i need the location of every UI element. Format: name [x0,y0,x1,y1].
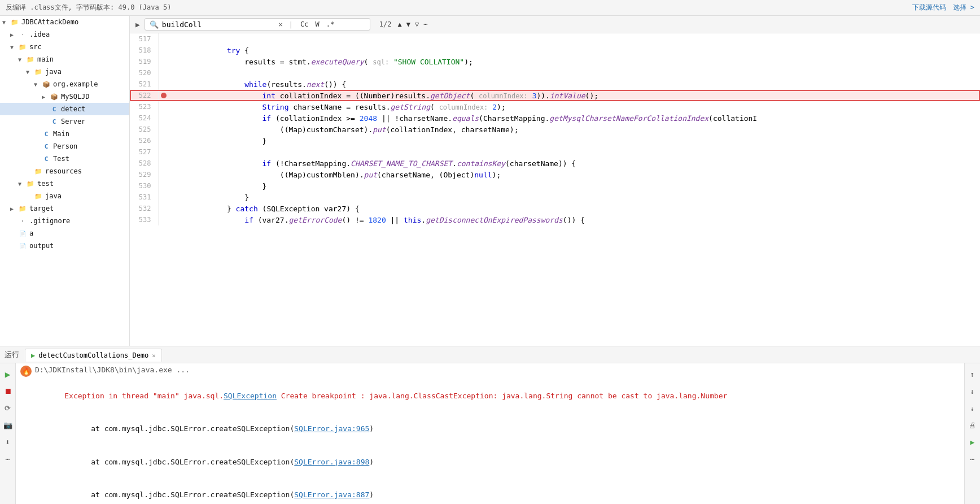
download-source-link[interactable]: 下载源代码 [912,3,946,12]
line-code [169,67,980,79]
sidebar-item-orgexample[interactable]: ▼ 📦 org.example [0,78,129,90]
console-line: 🔥 D:\JDKInstall\JDK8\bin\java.exe ... [20,366,960,377]
sidebar-item-test2[interactable]: ▼ 📁 test [0,177,129,190]
line-number: 522 [130,90,158,101]
search-word-btn[interactable]: W [314,20,321,29]
sqlexception-link[interactable]: SQLException [224,392,277,400]
sidebar-label: test [37,180,54,188]
arrow-icon: ▶ [10,32,18,38]
search-filter-btn[interactable]: ▽ [413,20,421,29]
sidebar-item-main[interactable]: ▼ 📁 main [0,53,129,66]
table-row: 533 if (var27.getErrorCode() != 1820 || … [130,214,980,225]
sidebar-item-output[interactable]: 📄 output [0,240,129,252]
run-tab-bar: 运行 ▶ detectCustomCollations_Demo × [0,346,980,363]
stack-text: at com.mysql.jdbc.SQLError.createSQLExce… [64,424,294,433]
sidebar-item-jdbcattackdemo[interactable]: ▼ 📁 JDBCAttackDemo [0,16,129,28]
sidebar-item-idea[interactable]: ▶ · .idea [0,28,129,41]
table-row: 528 if (!CharsetMapping.CHARSET_NAME_TO_… [130,158,980,169]
sidebar-item-mysqljd[interactable]: ▶ 📦 MySQLJD [0,90,129,103]
decompile-info: 反编译 .class文件, 字节码版本: 49.0 (Java 5) [6,3,908,12]
line-number: 524 [130,112,158,124]
more-btn[interactable]: ⋯ [2,453,14,465]
expand-arrow-icon[interactable]: ▶ [135,20,140,29]
arrow-icon [34,144,42,150]
folder-icon: 📁 [18,204,27,213]
sidebar-label: target [29,205,54,212]
package-icon: 📦 [42,80,51,89]
search-next-btn[interactable]: ▼ [405,20,412,29]
rerun-btn[interactable]: ⟳ [2,402,14,414]
arrow-icon [26,193,34,199]
sidebar-item-person[interactable]: C Person [0,140,129,153]
sidebar-item-server[interactable]: C Server [0,115,129,128]
search-prev-btn[interactable]: ▲ [396,20,404,29]
scroll-up-btn[interactable]: ↑ [966,368,979,380]
search-icon: 🔍 [150,20,159,29]
scroll-end-btn[interactable]: ⬇ [2,436,14,448]
sidebar-item-gitignore[interactable]: · .gitignore [0,215,129,227]
search-regex-btn[interactable]: .* [325,20,336,29]
play-btn-2[interactable]: ▶ [966,436,979,448]
sidebar-label: Server [61,118,85,125]
table-row: 532 } catch (SQLException var27) { [130,203,980,214]
more-btn-2[interactable]: ⋯ [966,453,979,465]
sidebar-item-main2[interactable]: C Main [0,128,129,140]
class-icon: C [42,129,51,138]
line-code: String charsetName = results.getString( … [169,101,980,112]
sidebar-item-test[interactable]: C Test [0,153,129,165]
sidebar-item-java2[interactable]: 📁 java [0,190,129,202]
line-code: ((Map)customCharset).put(collationIndex,… [169,124,980,135]
table-row: 522 int collationIndex = ((Number)result… [130,90,980,101]
search-case-btn[interactable]: Cc [299,20,310,29]
line-code [169,33,980,45]
console-line: at com.mysql.jdbc.SQLError.createSQLExce… [20,445,960,479]
download-btn[interactable]: ⇣ [966,402,979,414]
close-tab-btn[interactable]: × [152,352,156,359]
arrow-icon: ▼ [18,181,26,187]
line-code: ((Map)customMblen).put(charsetName, (Obj… [169,169,980,180]
sidebar-item-java[interactable]: ▼ 📁 java [0,66,129,78]
line-gutter [158,112,169,124]
sidebar-label: Person [53,142,77,150]
folder-icon: 📁 [26,179,35,188]
print-btn[interactable]: 🖨 [966,419,979,431]
sidebar-item-src[interactable]: ▼ 📁 src [0,41,129,53]
search-input[interactable] [162,20,275,29]
table-row: 519 results = stmt.executeQuery( sql: "S… [130,56,980,67]
console-line: at com.mysql.jdbc.SQLError.createSQLExce… [20,479,960,505]
run-tab[interactable]: ▶ detectCustomCollations_Demo × [25,349,162,362]
sidebar-item-a[interactable]: 📄 a [0,227,129,240]
run-btn[interactable]: ▶ [2,368,14,380]
stack-link[interactable]: SQLError.java:887 [294,490,369,499]
line-gutter [158,33,169,45]
stack-link[interactable]: SQLError.java:898 [294,458,369,466]
stop-btn[interactable]: ⏹ [2,385,14,397]
breakpoint-indicator [161,93,167,98]
table-row: 525 ((Map)customCharset).put(collationIn… [130,124,980,135]
search-close-icon[interactable]: × [278,20,283,29]
line-code [169,146,980,158]
scroll-down-btn[interactable]: ↓ [966,385,979,397]
line-gutter [158,45,169,56]
stack-link[interactable]: SQLError.java:965 [294,424,369,433]
sidebar-label: java [45,192,62,200]
table-row: 524 if (collationIndex >= 2048 || !chars… [130,112,980,124]
arrow-icon: ▶ [10,206,18,212]
line-code: } [169,135,980,146]
sidebar-label: a [29,229,33,237]
arrow-icon [34,131,42,137]
line-code: results = stmt.executeQuery( sql: "SHOW … [169,56,980,67]
sidebar-item-detect[interactable]: C detect [0,103,129,115]
console-error-text: Exception in thread "main" java.sql. [64,392,224,400]
dot-icon: · [18,30,27,39]
sidebar-item-target[interactable]: ▶ 📁 target [0,202,129,215]
search-more-btn[interactable]: ⋯ [422,20,429,29]
arrow-icon: ▼ [34,81,42,88]
sidebar-item-resources[interactable]: 📁 resources [0,165,129,177]
line-number: 532 [130,203,158,214]
screenshot-btn[interactable]: 📷 [2,419,14,431]
sidebar-label: output [29,242,54,250]
select-link[interactable]: 选择 > [953,3,974,12]
line-code: } [169,180,980,192]
arrow-icon [34,156,42,162]
